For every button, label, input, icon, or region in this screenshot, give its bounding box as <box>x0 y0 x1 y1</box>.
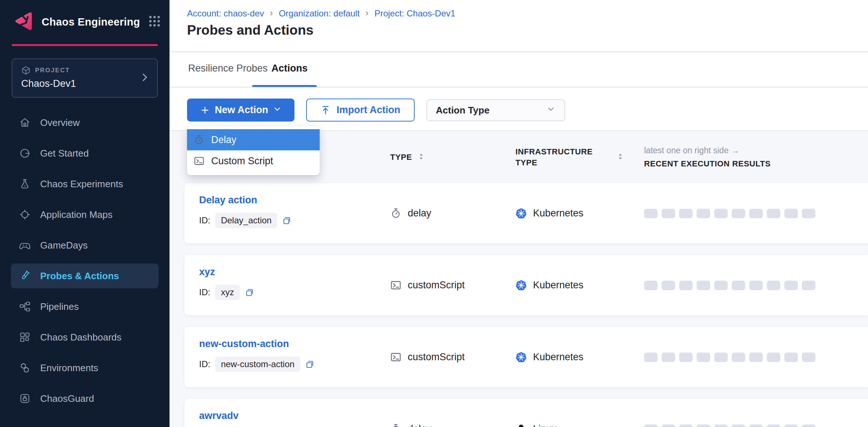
new-action-button[interactable]: New Action <box>187 99 294 122</box>
copy-id-button[interactable] <box>282 216 292 226</box>
tab-resilience-probes[interactable]: Resilience Probes <box>188 63 268 74</box>
sort-icon[interactable] <box>417 153 425 162</box>
type-cell: delay <box>390 399 431 427</box>
terminal-icon <box>194 155 205 166</box>
action-name-link[interactable]: xyz <box>199 266 255 278</box>
name-cell: new-custom-actionID:new-custom-action <box>199 338 315 372</box>
sidebar-item-label: Pipelines <box>40 301 79 312</box>
lock-icon <box>19 393 31 404</box>
menu-item-delay[interactable]: Delay <box>187 129 320 150</box>
sidebar-item-chaosguard[interactable]: ChaosGuard <box>11 386 159 411</box>
chevron-down-icon <box>273 104 281 116</box>
menu-item-label: Custom Script <box>211 155 273 167</box>
copy-icon <box>245 288 255 297</box>
hexagons-icon <box>19 362 31 374</box>
sidebar-item-label: Probes & Actions <box>40 270 119 282</box>
app-window: Chaos Engineering PROJECT Chaos-Dev1 <box>0 0 868 427</box>
copy-id-button[interactable] <box>305 359 315 369</box>
execution-result-placeholder <box>784 209 798 218</box>
sidebar-item-pipelines[interactable]: Pipelines <box>11 294 159 319</box>
execution-result-placeholder <box>749 353 763 362</box>
column-header-infrastructure-type: INFRASTRUCTURE TYPE <box>515 146 603 168</box>
sidebar-item-label: Overview <box>40 117 80 128</box>
sidebar-item-gamedays[interactable]: GameDays <box>11 233 159 258</box>
type-cell: customScript <box>390 327 465 387</box>
copy-id-button[interactable] <box>245 288 255 297</box>
import-action-button[interactable]: Import Action <box>306 99 415 122</box>
action-name-link[interactable]: awrvadv <box>199 410 239 422</box>
sort-icon[interactable] <box>616 153 624 162</box>
sidebar-item-environments[interactable]: Environments <box>11 355 159 380</box>
project-selector[interactable]: PROJECT Chaos-Dev1 <box>12 58 158 98</box>
action-name-link[interactable]: Delay action <box>199 195 292 206</box>
sidebar-item-chaos-dashboards[interactable]: Chaos Dashboards <box>11 325 159 350</box>
execution-result-placeholder <box>749 209 763 218</box>
action-id-row: ID:xyz <box>199 285 255 300</box>
execution-result-placeholder <box>767 281 780 290</box>
action-id-value: Delay_action <box>215 213 278 228</box>
sidebar-item-overview[interactable]: Overview <box>11 110 159 135</box>
type-value: delay <box>408 423 431 427</box>
sidebar-item-label: GameDays <box>40 240 88 251</box>
execution-result-placeholder <box>679 353 693 362</box>
sidebar: Chaos Engineering PROJECT Chaos-Dev1 <box>0 0 170 427</box>
infrastructure-value: Kubernetes <box>533 208 583 219</box>
execution-result-placeholder <box>697 281 710 290</box>
action-name-link[interactable]: new-custom-action <box>199 338 315 350</box>
action-type-select[interactable]: Action Type <box>426 99 565 121</box>
table-row: xyzID:xyzcustomScriptKubernetes <box>184 255 868 315</box>
sidebar-item-chaos-experiments[interactable]: Chaos Experiments <box>11 172 159 196</box>
sidebar-item-probes-actions[interactable]: Probes & Actions <box>11 263 159 288</box>
breadcrumb-link-2[interactable]: Project: Chaos-Dev1 <box>374 8 455 19</box>
name-cell: awrvadv <box>199 410 239 422</box>
table-row: Delay actionID:Delay_actiondelayKubernet… <box>184 183 868 243</box>
menu-item-custom-script[interactable]: Custom Script <box>187 150 320 172</box>
sidebar-item-get-started[interactable]: Get Started <box>11 141 159 166</box>
infrastructure-value: Kubernetes <box>533 280 583 291</box>
harness-chaos-logo-icon <box>13 11 34 33</box>
action-id-row: ID:Delay_action <box>199 213 292 228</box>
execution-result-placeholder <box>714 209 728 218</box>
execution-result-placeholder <box>662 209 675 218</box>
action-id-row: ID:new-custom-action <box>199 357 315 372</box>
execution-result-placeholder <box>644 281 658 290</box>
page-title: Probes and Actions <box>187 23 313 38</box>
sidebar-item-application-maps[interactable]: Application Maps <box>11 202 159 227</box>
new-action-dropdown-menu: DelayCustom Script <box>187 126 320 175</box>
execution-result-placeholder <box>749 281 763 290</box>
type-value: customScript <box>408 280 465 291</box>
execution-result-placeholder <box>644 209 658 218</box>
breadcrumb-link-0[interactable]: Account: chaos-dev <box>187 8 264 19</box>
execution-result-placeholder <box>662 353 675 362</box>
infrastructure-cell: Kubernetes <box>515 255 583 315</box>
tab-actions[interactable]: Actions <box>271 63 308 74</box>
breadcrumb-link-1[interactable]: Organization: default <box>279 8 359 19</box>
execution-result-placeholder <box>662 424 675 427</box>
execution-result-placeholder <box>767 424 780 427</box>
sidebar-nav: OverviewGet StartedChaos ExperimentsAppl… <box>0 110 170 417</box>
execution-result-placeholder <box>802 424 815 427</box>
sidebar-accent-divider <box>12 44 158 46</box>
flask-icon <box>19 178 31 190</box>
tabbar-divider <box>170 87 868 88</box>
execution-result-placeholder <box>784 353 798 362</box>
terminal-icon <box>390 280 401 291</box>
app-launcher-grid-icon[interactable] <box>147 14 162 30</box>
execution-result-placeholder <box>714 424 728 427</box>
chevron-down-icon <box>546 104 556 116</box>
infrastructure-value: Linux <box>533 423 557 427</box>
sidebar-header: Chaos Engineering <box>13 10 156 34</box>
id-label: ID: <box>199 359 210 369</box>
recent-execution-results <box>644 327 815 387</box>
infrastructure-cell: Linux <box>515 399 557 427</box>
execution-result-placeholder <box>732 424 745 427</box>
stopwatch-icon <box>390 423 401 427</box>
sidebar-item-label: Chaos Dashboards <box>40 332 122 343</box>
execution-result-placeholder <box>644 424 658 427</box>
type-cell: customScript <box>390 255 465 315</box>
execution-result-placeholder <box>662 281 675 290</box>
execution-result-placeholder <box>732 353 745 362</box>
chevron-right-icon <box>140 72 150 84</box>
sidebar-item-label: Chaos Experiments <box>40 178 123 190</box>
type-value: customScript <box>408 351 465 363</box>
